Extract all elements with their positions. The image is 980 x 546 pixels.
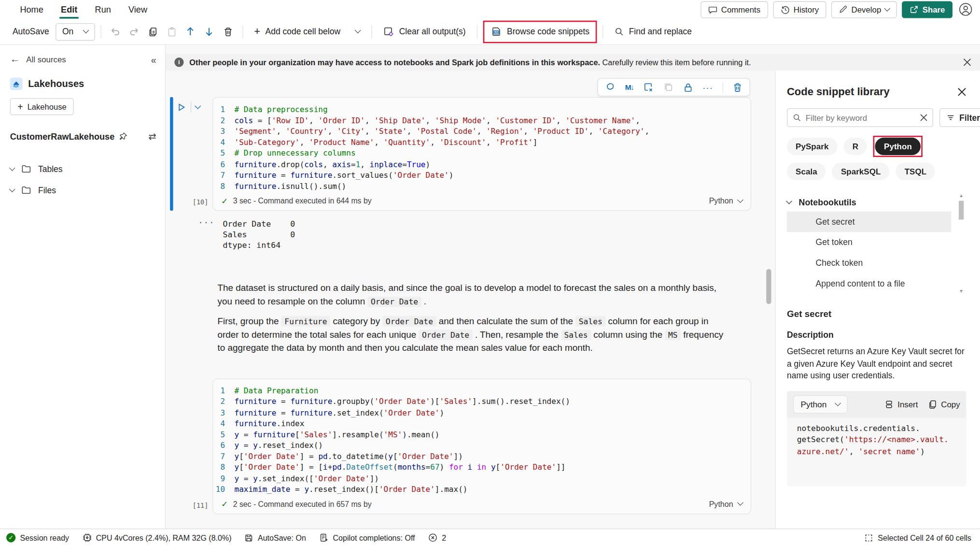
undo-button[interactable] — [107, 23, 124, 40]
sidebar-item-tables[interactable]: Tables — [10, 158, 156, 180]
filter-button[interactable]: Filter — [939, 108, 980, 127]
snippet-search-input[interactable] — [806, 113, 916, 122]
snippet-list-scrollbar[interactable]: ▲ ▼ — [957, 193, 965, 294]
lock-cell-icon[interactable] — [683, 82, 693, 92]
menu-view[interactable]: View — [120, 2, 156, 17]
account-avatar[interactable] — [957, 1, 974, 18]
execution-count: [10] — [193, 198, 209, 206]
add-lakehouse-button[interactable]: + Lakehouse — [10, 98, 74, 115]
cell-language-selector[interactable]: Python — [709, 500, 742, 508]
cell-code-editor[interactable]: 1# Data Preparation2furniture = furnitur… — [213, 385, 750, 495]
banner-close-icon[interactable] — [963, 58, 971, 66]
scrollbar-thumb[interactable] — [959, 201, 964, 220]
code-line: 3'Segment', 'Country', 'City', 'State', … — [213, 126, 750, 137]
add-code-cell-button[interactable]: + Add code cell below — [249, 22, 365, 41]
markdown-cell[interactable]: The dataset is structured on a daily bas… — [218, 282, 725, 355]
move-up-button[interactable] — [182, 23, 199, 40]
history-button[interactable]: History — [773, 1, 826, 18]
snippet-item-get-token[interactable]: Get token — [787, 232, 951, 253]
clear-all-outputs-button[interactable]: Clear all output(s) — [377, 23, 471, 40]
status-bar: ✓ Session ready CPU 4vCores (2.4%), RAM … — [0, 529, 980, 546]
menu-edit[interactable]: Edit — [52, 2, 86, 17]
clear-search-icon[interactable] — [920, 114, 928, 122]
scroll-down-icon[interactable]: ▼ — [959, 288, 964, 294]
pill-r[interactable]: R — [844, 138, 868, 155]
delete-cell-icon[interactable] — [732, 82, 742, 92]
panel-close-icon[interactable] — [957, 87, 966, 96]
run-options-chevron-icon[interactable] — [195, 102, 201, 109]
paste-button[interactable] — [163, 23, 180, 40]
cell-language-selector[interactable]: Python — [709, 197, 742, 205]
clear-cell-output-icon[interactable] — [643, 82, 654, 93]
lakehouse-icon — [10, 78, 23, 90]
run-cell-button[interactable] — [177, 102, 186, 112]
code-line: notebookutils.credentials. — [797, 423, 963, 434]
chevron-down-icon — [9, 165, 15, 171]
find-and-replace-button[interactable]: Find and replace — [609, 24, 697, 39]
code-cell-1[interactable]: M↓ ··· 1# Data preprocessing2cols = ['Ro… — [166, 97, 775, 211]
code-line: Sales 0 — [223, 229, 295, 240]
code-cell-2[interactable]: 1# Data Preparation2furniture = furnitur… — [166, 378, 775, 514]
cell-code-editor[interactable]: 1# Data preprocessing2cols = ['Row ID', … — [213, 104, 750, 191]
snippet-item-append-content[interactable]: Append content to a file — [787, 273, 951, 294]
pill-tsql[interactable]: TSQL — [896, 163, 936, 180]
code-line: 4furniture.index — [213, 418, 750, 429]
sidebar-item-files[interactable]: Files — [10, 180, 156, 201]
share-button[interactable]: Share — [902, 1, 952, 18]
back-arrow-icon[interactable]: ← — [10, 54, 20, 65]
redo-button[interactable] — [126, 23, 143, 40]
output-collapse-icon[interactable]: ··· — [198, 218, 214, 250]
code-line: 7y['Order Date'] = pd.to_datetime(y['Ord… — [213, 451, 750, 462]
pencil-icon — [839, 5, 848, 14]
collapse-pane-icon[interactable]: « — [151, 54, 156, 65]
notebook-scrollbar-thumb[interactable] — [766, 269, 771, 304]
inline-code: Sales — [561, 330, 591, 340]
copy-button[interactable] — [144, 23, 161, 40]
copilot-completions-status[interactable]: Copilot completions: Off — [319, 533, 415, 542]
resource-usage[interactable]: CPU 4vCores (2.4%), RAM 32G (8.0%) — [82, 533, 231, 542]
copy-snippet-button[interactable]: Copy — [928, 400, 960, 409]
comment-icon — [708, 5, 717, 14]
menu-run[interactable]: Run — [86, 2, 120, 17]
pill-python[interactable]: Python — [875, 138, 921, 155]
pill-pyspark[interactable]: PySpark — [787, 138, 838, 155]
scroll-up-icon[interactable]: ▲ — [959, 193, 964, 199]
clear-outputs-icon — [383, 26, 394, 37]
snippet-code[interactable]: notebookutils.credentials.getSecret('htt… — [787, 417, 966, 486]
snippet-item-check-token[interactable]: Check token — [787, 253, 951, 273]
pin-icon[interactable] — [119, 132, 127, 141]
switch-lakehouse-icon[interactable]: ⇄ — [148, 131, 156, 142]
convert-to-markdown-icon[interactable]: M↓ — [625, 83, 634, 92]
session-ready-icon: ✓ — [6, 533, 15, 542]
pill-scala[interactable]: Scala — [787, 163, 826, 180]
menu-home[interactable]: Home — [11, 2, 52, 17]
insert-snippet-button[interactable]: Insert — [884, 400, 918, 409]
autosave-dropdown[interactable]: On — [56, 23, 95, 40]
cell-card[interactable]: 1# Data Preparation2furniture = furnitur… — [212, 378, 751, 514]
error-count[interactable]: 2 — [428, 533, 446, 542]
code-line: 6furniture.drop(cols, axis=1, inplace=Tr… — [213, 158, 750, 170]
comments-button[interactable]: Comments — [700, 1, 768, 18]
code-line: 2cols = ['Row ID', 'Order ID', 'Ship Dat… — [213, 115, 750, 126]
pill-sparksql[interactable]: SparkSQL — [832, 163, 890, 180]
browse-code-snippets-button[interactable]: Browse code snippets — [488, 23, 592, 40]
delete-cell-button[interactable] — [219, 23, 237, 40]
lakehouse-name[interactable]: CustomerRawLakehouse — [10, 131, 115, 142]
duplicate-cell-icon[interactable] — [663, 82, 674, 93]
notebook-toolbar: AutoSave On + Add code cell below Clear … — [0, 19, 980, 45]
develop-button[interactable]: Develop — [831, 1, 897, 18]
autosave-status[interactable]: AutoSave: On — [245, 533, 306, 542]
all-sources-link[interactable]: All sources — [26, 55, 66, 64]
snippet-item-get-secret[interactable]: Get secret — [787, 212, 951, 232]
move-down-button[interactable] — [200, 23, 218, 40]
snippet-group-notebookutils[interactable]: Notebookutils — [787, 193, 951, 212]
snippet-search-box[interactable] — [787, 108, 933, 127]
folder-icon — [21, 164, 31, 174]
more-options-icon[interactable]: ··· — [702, 82, 713, 92]
lakehouse-explorer-sidebar: ← All sources « Lakehouses + Lakehouse C… — [0, 45, 166, 529]
cell-card[interactable]: 1# Data preprocessing2cols = ['Row ID', … — [212, 97, 751, 211]
success-check-icon: ✓ — [221, 196, 228, 205]
snippet-language-dropdown[interactable]: Python — [793, 395, 847, 414]
copilot-icon[interactable] — [605, 82, 616, 93]
session-status[interactable]: ✓ Session ready — [6, 533, 69, 542]
